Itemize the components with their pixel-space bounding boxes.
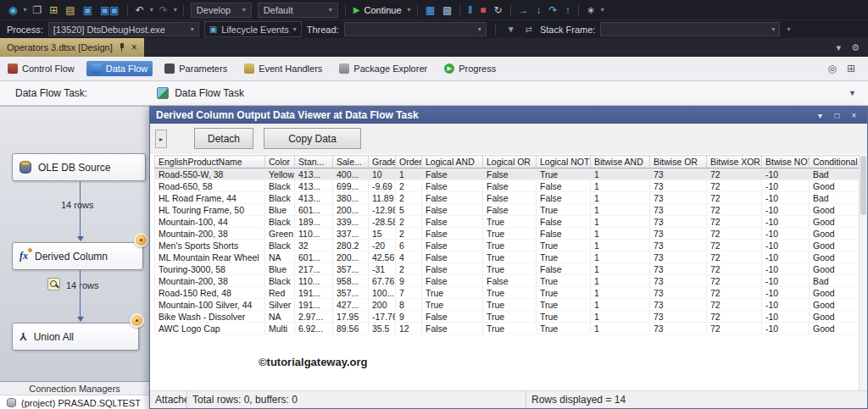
data-grid[interactable]: EnglishProductNameColorStan...Sale...Gra… (154, 155, 865, 334)
grid-cell: -10 (762, 192, 810, 204)
node-derived-column[interactable]: fx Derived Column (12, 242, 143, 270)
grid-cell: Men's Sports Shorts (155, 240, 265, 251)
column-header[interactable]: Orders (396, 156, 422, 169)
close-icon[interactable]: × (131, 42, 137, 53)
task-bar-overflow-chevron[interactable]: ▼ (849, 89, 868, 97)
diagnostics-icon[interactable]: ▦ (422, 3, 438, 17)
grid-cell: True (483, 216, 537, 228)
copy-data-button[interactable]: Copy Data (264, 128, 361, 149)
dialog-title-bar[interactable]: Derived Column Output Data Viewer at Dat… (150, 107, 867, 124)
tab-data-flow[interactable]: Data Flow (86, 61, 153, 76)
configuration-combo[interactable]: Develop▾ (191, 3, 252, 18)
grid-row[interactable]: AWC Logo CapMulti6.92...89.5635.512False… (155, 323, 865, 334)
grid-row[interactable]: Road-550-W, 38Yellow413...400...101False… (155, 169, 865, 180)
continue-button[interactable]: ▶Continue (350, 5, 405, 15)
stack-frame-combo[interactable]: ▾ (600, 22, 780, 36)
layout-icon[interactable]: ⊞ (847, 63, 855, 75)
undo-icon[interactable]: ↶ (132, 3, 147, 17)
column-header[interactable]: Bitwise AND (591, 156, 650, 169)
continue-dropdown-chevron[interactable]: ▾ (406, 6, 413, 14)
toggle-frames-icon[interactable]: ⇄ (523, 25, 535, 34)
platform-combo[interactable]: Default▾ (258, 3, 338, 18)
stop-icon[interactable]: ■ (476, 3, 489, 17)
open-file-icon[interactable]: ▤ (62, 3, 78, 17)
break-all-icon[interactable]: ‖ (465, 3, 476, 17)
node-ole-db-source[interactable]: OLE DB Source (12, 153, 146, 181)
grid-row[interactable]: HL Touring Frame, 50Blue601...200...-12.… (155, 204, 865, 216)
tab-progress[interactable]: Progress (439, 61, 501, 76)
column-header[interactable]: Grade (369, 156, 396, 169)
grid-row[interactable]: Mountain-100 Silver, 44Silver191...427..… (155, 299, 865, 311)
pin-icon[interactable] (119, 43, 125, 53)
tab-parameters[interactable]: Parameters (159, 61, 232, 76)
filter-icon[interactable]: ▼ (504, 25, 518, 34)
save-all-icon[interactable]: ▣▣ (97, 3, 123, 17)
grid-row[interactable]: Touring-3000, 58Blue217...357...-312Fals… (155, 263, 865, 275)
snapshot-icon[interactable]: ▩ (439, 3, 455, 17)
node-union-all[interactable]: Y Union All (12, 323, 139, 351)
column-header[interactable]: Bitwise XOR (707, 156, 762, 169)
grid-row[interactable]: Bike Wash - DissolverNA2.97...17.95-17.7… (155, 311, 865, 323)
column-header[interactable]: Conditional (810, 156, 865, 169)
step-over-icon[interactable]: ↷ (546, 3, 561, 17)
column-header[interactable]: Btwise NOT (762, 156, 810, 169)
step-out-icon[interactable]: ↑ (562, 3, 574, 17)
tab-list-chevron-icon[interactable]: ▾ (837, 42, 842, 53)
connection-manager-item[interactable]: (project) PRASAD.SQLTEST (0, 395, 149, 409)
window-icon[interactable]: ❐ (30, 3, 46, 17)
data-viewer-magnifier-icon[interactable] (47, 278, 60, 290)
vertical-scrollbar[interactable] (859, 154, 867, 392)
redo-icon[interactable]: ↷ (156, 3, 171, 17)
new-file-icon[interactable]: ⊞ (46, 3, 61, 17)
tab-control-flow[interactable]: Control Flow (3, 61, 80, 76)
column-header[interactable]: Stan... (295, 156, 333, 169)
grid-row[interactable]: Mountain-200, 38Black110...958...67.769F… (155, 275, 865, 287)
toolbar-separator (510, 4, 511, 16)
tab-event-handlers[interactable]: Event Handlers (239, 61, 327, 76)
column-chooser-expander[interactable]: ▸ (155, 130, 167, 148)
process-combo[interactable]: [13520] DtsDebugHost.exe ▾ (48, 22, 199, 36)
gear-icon[interactable]: ⚙ (851, 42, 860, 53)
grid-row[interactable]: Road-150 Red, 48Red191...357...100...7Tr… (155, 287, 865, 299)
restart-icon[interactable]: ↻ (491, 3, 506, 17)
thread-combo[interactable]: ▾ (344, 22, 487, 36)
save-icon[interactable]: ▣ (80, 3, 96, 17)
wand-dropdown-chevron[interactable]: ▾ (599, 6, 606, 14)
grid-row[interactable]: HL Road Frame, 44Black413...380...11.892… (155, 192, 865, 204)
grid-row[interactable]: ML Mountain Rear WheelNA601...200...42.5… (155, 251, 865, 263)
flow-path[interactable] (80, 270, 81, 318)
grid-row[interactable]: Mountain-100, 44Black189...339...-28.582… (155, 216, 865, 228)
grid-row[interactable]: Road-650, 58Black413...699...-9.692False… (155, 180, 865, 192)
step-into-icon[interactable]: ↓ (533, 3, 545, 17)
grid-cell: Good (810, 251, 865, 263)
browser-dropdown-chevron[interactable]: ▾ (21, 6, 28, 14)
visibility-icon[interactable]: ◎ (827, 63, 836, 75)
window-menu-icon[interactable]: ▾ (813, 109, 827, 122)
grid-cell: -28.58 (369, 216, 396, 228)
column-header[interactable]: EnglishProductName (155, 156, 265, 169)
wand-icon[interactable]: ∗ (583, 3, 598, 17)
detach-button[interactable]: Detach (194, 128, 253, 149)
tab-package-explorer[interactable]: Package Explorer (334, 61, 432, 76)
document-tab[interactable]: Operators 3.dtsx [Design] × (0, 38, 144, 57)
column-header[interactable]: Sale... (333, 156, 369, 169)
grid-cell: Black (265, 192, 295, 204)
column-header[interactable]: Logical OR (483, 156, 537, 169)
toolbar-overflow-chevron[interactable]: ▾ (785, 25, 792, 33)
show-next-statement-icon[interactable]: → (515, 3, 532, 17)
column-header[interactable]: Color (265, 156, 295, 169)
grid-row[interactable]: Men's Sports ShortsBlack32280.2-206False… (155, 240, 865, 251)
lifecycle-events-group[interactable]: ▣ Lifecycle Events ▾ (204, 21, 302, 37)
grid-row[interactable]: Mountain-200, 38Green110...337...152Fals… (155, 228, 865, 240)
column-header[interactable]: Logical AND (422, 156, 483, 169)
maximize-icon[interactable]: □ (830, 109, 844, 122)
undo-dropdown-chevron[interactable]: ▾ (148, 6, 155, 14)
close-icon[interactable]: × (847, 109, 861, 122)
data-flow-design-surface[interactable]: OLE DB Source 14 rows fx Derived Column … (0, 106, 149, 381)
process-combo-value: [13520] DtsDebugHost.exe (53, 25, 165, 35)
web-browser-icon[interactable]: ◉ (5, 3, 20, 17)
data-flow-task-combo[interactable]: Data Flow Task (157, 87, 244, 99)
redo-dropdown-chevron[interactable]: ▾ (172, 6, 179, 14)
column-header[interactable]: Bitwise OR (650, 156, 707, 169)
column-header[interactable]: Logical NOT (537, 156, 591, 169)
